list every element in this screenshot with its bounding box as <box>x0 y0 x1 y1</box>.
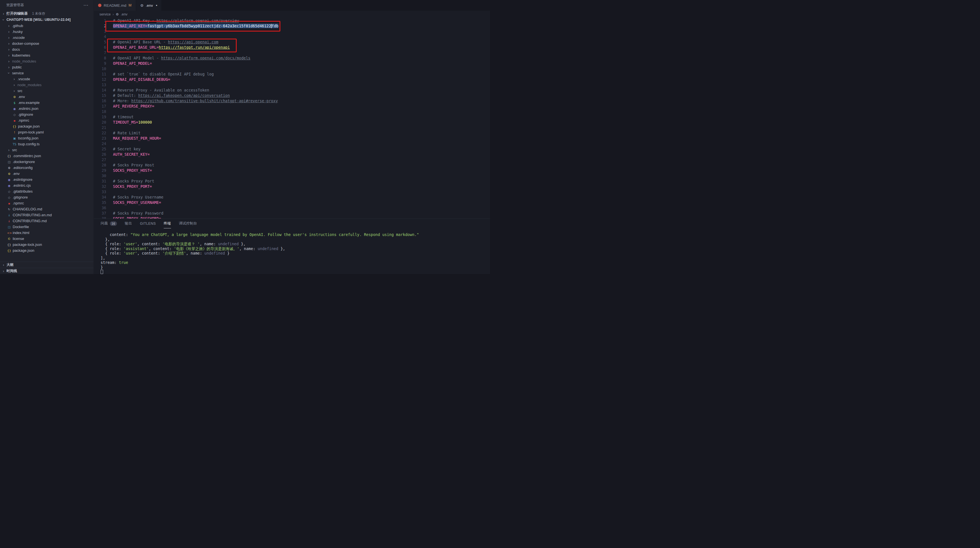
editor-line[interactable] <box>113 34 490 40</box>
tree-file-.npmrc[interactable]: ▪.npmrc <box>0 200 94 206</box>
project-section-header[interactable]: › CHATGPT-WEB [WSL: UBUNTU-22.04] <box>0 17 94 23</box>
editor-line[interactable] <box>113 50 490 56</box>
line-number: 19 <box>94 114 106 120</box>
tree-file-.gitattributes[interactable]: ◇.gitattributes <box>0 188 94 194</box>
timeline-section-header[interactable]: › 时间线 <box>0 268 94 274</box>
tree-folder-.husky[interactable]: ›.husky <box>0 29 94 35</box>
editor-line[interactable]: # Socks Proxy Port <box>113 178 490 184</box>
editor-line[interactable]: # OpenAI API Key - https://platform.open… <box>113 18 490 23</box>
tree-folder-kubernetes[interactable]: ›kubernetes <box>0 52 94 58</box>
tree-file-tsconfig.json[interactable]: ▣tsconfig.json <box>0 135 94 141</box>
editor-line[interactable]: # Reverse Proxy - Available on accessTok… <box>113 87 490 93</box>
editor-line[interactable] <box>113 173 490 178</box>
tree-file-package-lock.json[interactable]: {}package-lock.json <box>0 241 94 248</box>
line-number: 38 <box>94 216 106 219</box>
line-number: 25 <box>94 146 106 152</box>
more-actions-icon[interactable]: ⋯ <box>83 2 89 8</box>
code-editor[interactable]: 1234567891011121314151617181920212223242… <box>94 18 490 219</box>
editor-line[interactable]: SOCKS_PROXY_PORT= <box>113 184 490 189</box>
line-number: 2 <box>94 23 106 29</box>
editor-line[interactable]: OPENAI_API_BASE_URL=https://fastgpt.run/… <box>113 45 490 50</box>
tree-file-.commitlintrc.json[interactable]: {}.commitlintrc.json <box>0 153 94 159</box>
open-editors-section-header[interactable]: › 打开的编辑器 1 未保存 <box>0 10 94 17</box>
editor-line[interactable]: # Secret key <box>113 146 490 152</box>
panel-tab-输出[interactable]: 输出 <box>125 219 132 229</box>
tab-README.md[interactable]: README.mdM <box>94 0 136 11</box>
tree-folder-.github[interactable]: ›.github <box>0 23 94 29</box>
editor-line[interactable]: # Socks Proxy Host <box>113 162 490 168</box>
tree-folder-node_modules[interactable]: ›node_modules <box>0 82 94 88</box>
editor-line[interactable] <box>113 125 490 130</box>
tree-file-.env[interactable]: ⚙.env <box>0 94 94 100</box>
code-token: = <box>159 216 161 219</box>
tree-file-index.html[interactable]: <>index.html <box>0 230 94 236</box>
editor-line[interactable]: # timeout <box>113 114 490 120</box>
tree-folder-docs[interactable]: ›docs <box>0 46 94 52</box>
breadcrumb-file[interactable]: .env <box>121 13 128 16</box>
editor-line[interactable]: # set `true` to disable OpenAI API debug… <box>113 71 490 77</box>
editor-line[interactable]: # Rate Limit <box>113 130 490 136</box>
editor-line[interactable] <box>113 66 490 71</box>
breadcrumb-folder[interactable]: service <box>99 13 111 16</box>
editor-line[interactable]: API_REVERSE_PROXY= <box>113 104 490 109</box>
editor-line[interactable] <box>113 141 490 146</box>
tree-file-CONTRIBUTING.md[interactable]: ↓CONTRIBUTING.md <box>0 218 94 224</box>
tree-file-license[interactable]: ©license <box>0 236 94 241</box>
tree-folder-.vscode[interactable]: ›.vscode <box>0 35 94 41</box>
panel-tab-GITLENS[interactable]: GITLENS <box>140 219 156 229</box>
tree-folder-docker-compose[interactable]: ›docker-compose <box>0 41 94 46</box>
editor-line[interactable]: # Default: https://ai.fakeopen.com/api/c… <box>113 93 490 98</box>
editor-line[interactable]: SOCKS_PROXY_PASSWORD= <box>113 216 490 219</box>
editor-line[interactable] <box>113 29 490 34</box>
editor-line[interactable] <box>113 205 490 211</box>
tree-file-Dockerfile[interactable]: ◫Dockerfile <box>0 224 94 230</box>
editor-line[interactable]: # More: https://github.com/transitive-bu… <box>113 98 490 104</box>
editor-line[interactable]: TIMEOUT_MS=100000 <box>113 120 490 125</box>
tree-file-CONTRIBUTING.en.md[interactable]: ↓CONTRIBUTING.en.md <box>0 212 94 218</box>
tree-file-.editorconfig[interactable]: ⚙.editorconfig <box>0 165 94 171</box>
editor-line[interactable]: MAX_REQUEST_PER_HOUR= <box>113 136 490 141</box>
tree-folder-.vscode[interactable]: ›.vscode <box>0 76 94 82</box>
tree-file-tsup.config.ts[interactable]: TStsup.config.ts <box>0 141 94 147</box>
tree-file-.env.example[interactable]: $.env.example <box>0 100 94 106</box>
tree-file-.eslintignore[interactable]: ◉.eslintignore <box>0 176 94 183</box>
tree-folder-service[interactable]: ›service <box>0 70 94 76</box>
tree-folder-src[interactable]: ›src <box>0 88 94 94</box>
tree-folder-src[interactable]: ›src <box>0 147 94 153</box>
panel-tab-终端[interactable]: 终端 <box>164 219 171 229</box>
tree-file-.eslintrc.cjs[interactable]: ◉.eslintrc.cjs <box>0 183 94 188</box>
tree-file-pnpm-lock.yaml[interactable]: !pnpm-lock.yaml <box>0 129 94 135</box>
editor-line[interactable] <box>113 109 490 114</box>
tree-file-package.json[interactable]: {}package.json <box>0 123 94 129</box>
editor-line[interactable] <box>113 157 490 162</box>
panel-tab-问题[interactable]: 问题16 <box>100 219 117 229</box>
tree-file-.eslintrc.json[interactable]: ◉.eslintrc.json <box>0 106 94 111</box>
tree-file-.gitignore[interactable]: ◇.gitignore <box>0 111 94 118</box>
editor-line[interactable]: # Socks Proxy Username <box>113 195 490 200</box>
tree-file-.env[interactable]: ⚙.env <box>0 171 94 176</box>
editor-line[interactable]: # Socks Proxy Password <box>113 211 490 216</box>
editor-line[interactable]: OPENAI_API_MODEL= <box>113 61 490 66</box>
tab-.env[interactable]: ⚙.env● <box>136 0 162 11</box>
tree-file-CHANGELOG.md[interactable]: ↻CHANGELOG.md <box>0 206 94 212</box>
editor-line[interactable]: SOCKS_PROXY_USERNAME= <box>113 200 490 205</box>
tree-file-.npmrc[interactable]: ▪.npmrc <box>0 118 94 123</box>
tree-file-.gitignore[interactable]: ◇.gitignore <box>0 194 94 200</box>
editor-line[interactable]: # OpenAI API Base URL - https://api.open… <box>113 40 490 45</box>
editor-line[interactable]: OPENAI_API_DISABLE_DEBUG= <box>113 77 490 82</box>
editor-line[interactable] <box>113 82 490 87</box>
tree-folder-node_modules[interactable]: ›node_modules <box>0 58 94 64</box>
tree-folder-public[interactable]: ›public <box>0 64 94 70</box>
terminal-token: , name: <box>239 246 258 251</box>
code-content[interactable]: # OpenAI API Key - https://platform.open… <box>106 18 490 219</box>
editor-line[interactable]: # OpenAI API Model - https://platform.op… <box>113 56 490 61</box>
outline-section-header[interactable]: › 大纲 <box>0 262 94 268</box>
editor-line[interactable]: AUTH_SECRET_KEY= <box>113 152 490 157</box>
editor-line[interactable] <box>113 189 490 195</box>
panel-tab-调试控制台[interactable]: 调试控制台 <box>179 219 197 229</box>
terminal-output[interactable]: content: "You are ChatGPT, a large langu… <box>94 229 490 274</box>
tree-file-.dockerignore[interactable]: ◫.dockerignore <box>0 159 94 165</box>
editor-line[interactable]: SOCKS_PROXY_HOST= <box>113 168 490 173</box>
tree-file-package.json[interactable]: {}package.json <box>0 248 94 253</box>
editor-line[interactable]: OPENAI_API_KEY=fastgpt-y6b3axfbdd5wyp011… <box>113 23 490 29</box>
